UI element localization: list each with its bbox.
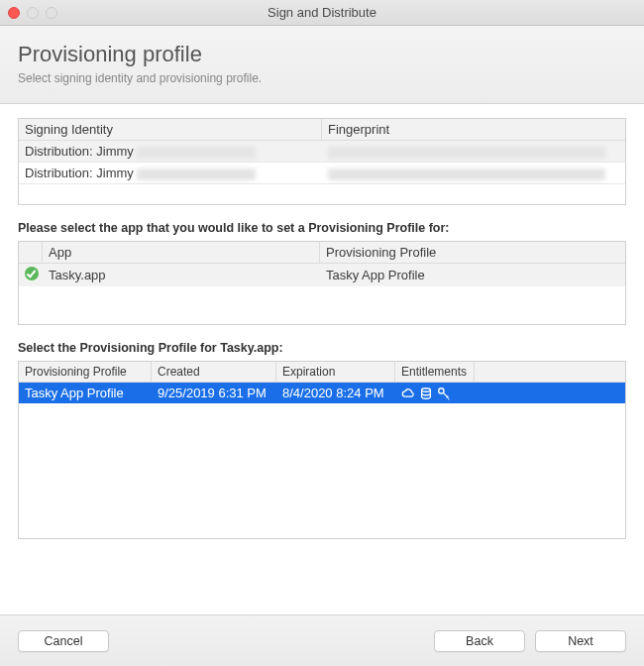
status-icon-cell [19, 264, 43, 286]
fingerprint-value [322, 163, 625, 183]
profile-row[interactable]: Tasky App Profile 9/25/2019 6:31 PM 8/4/… [19, 383, 625, 403]
col-empty [475, 362, 625, 382]
identity-table-header: Signing Identity Fingerprint [19, 119, 625, 141]
col-pp[interactable]: Provisioning Profile [19, 362, 152, 382]
app-section-label: Please select the app that you would lik… [18, 221, 626, 235]
identity-value: Distribution: Jimmy [19, 163, 322, 183]
app-table[interactable]: App Provisioning Profile Tasky.app Tasky… [18, 241, 626, 325]
checkmark-icon [25, 267, 39, 280]
page-title: Provisioning profile [18, 42, 626, 67]
app-profile: Tasky App Profile [320, 265, 625, 285]
col-created[interactable]: Created [152, 362, 276, 382]
svg-point-0 [422, 388, 431, 391]
col-signing-identity[interactable]: Signing Identity [19, 119, 322, 140]
traffic-lights [8, 7, 57, 19]
close-icon[interactable] [8, 7, 20, 19]
profile-section-label: Select the Provisioning Profile for Task… [18, 341, 626, 355]
titlebar: Sign and Distribute [0, 0, 644, 26]
profile-table-header: Provisioning Profile Created Expiration … [19, 362, 625, 383]
next-button[interactable]: Next [535, 630, 626, 652]
cancel-button[interactable]: Cancel [18, 630, 109, 652]
database-icon [419, 387, 433, 400]
cloud-icon [401, 387, 415, 400]
identity-row[interactable]: Distribution: Jimmy [19, 163, 625, 184]
header: Provisioning profile Select signing iden… [0, 26, 644, 104]
col-fingerprint[interactable]: Fingerprint [322, 119, 625, 140]
content: Signing Identity Fingerprint Distributio… [0, 104, 644, 539]
col-app-status[interactable] [19, 242, 43, 263]
page-subtitle: Select signing identity and provisioning… [18, 71, 626, 85]
col-app-profile[interactable]: Provisioning Profile [320, 242, 625, 263]
identity-value: Distribution: Jimmy [19, 141, 322, 162]
app-table-header: App Provisioning Profile [19, 242, 625, 264]
window-title: Sign and Distribute [0, 5, 644, 20]
pp-name: Tasky App Profile [19, 383, 152, 403]
identity-row[interactable]: Distribution: Jimmy [19, 141, 625, 163]
fingerprint-value [322, 141, 625, 162]
footer: Cancel Back Next [0, 614, 644, 666]
minimize-icon [27, 7, 39, 19]
app-name: Tasky.app [43, 265, 320, 285]
profile-table[interactable]: Provisioning Profile Created Expiration … [18, 361, 626, 539]
back-button[interactable]: Back [434, 630, 525, 652]
key-icon [437, 387, 451, 400]
pp-expiration: 8/4/2020 8:24 PM [276, 383, 395, 403]
identity-table[interactable]: Signing Identity Fingerprint Distributio… [18, 118, 626, 205]
app-row[interactable]: Tasky.app Tasky App Profile [19, 264, 625, 286]
maximize-icon [46, 7, 57, 19]
col-app-name[interactable]: App [43, 242, 320, 263]
pp-created: 9/25/2019 6:31 PM [152, 383, 276, 403]
pp-entitlements [395, 384, 457, 403]
col-entitlements[interactable]: Entitlements [395, 362, 475, 382]
col-expiration[interactable]: Expiration [276, 362, 395, 382]
